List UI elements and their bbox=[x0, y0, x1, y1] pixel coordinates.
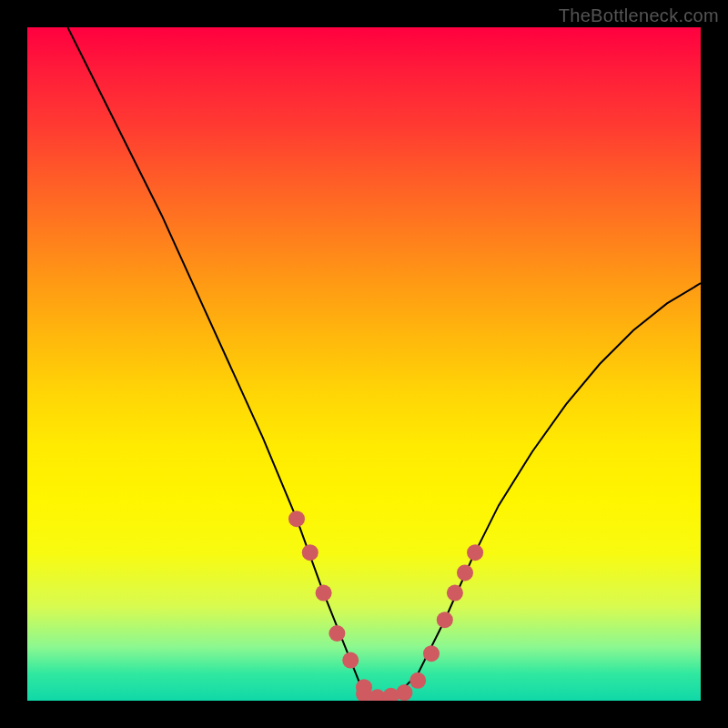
watermark-text: TheBottleneck.com bbox=[559, 5, 719, 26]
plot-area bbox=[27, 27, 701, 701]
chart-frame: TheBottleneck.com bbox=[0, 0, 728, 728]
